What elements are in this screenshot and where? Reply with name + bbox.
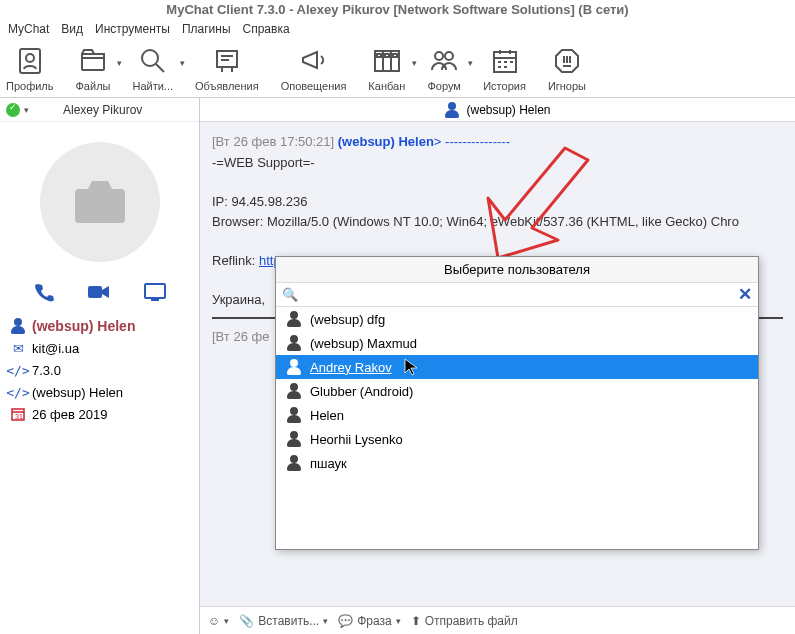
user-list-item-label: Heorhii Lysenko (310, 432, 403, 447)
svg-point-1 (26, 54, 34, 62)
tool-label: Канбан (368, 80, 405, 92)
window-title: MyChat Client 7.3.0 - Alexey Pikurov [Ne… (0, 0, 795, 20)
menu-mychat[interactable]: MyChat (4, 20, 53, 38)
chevron-down-icon: ▾ (468, 58, 473, 68)
megaphone-icon (297, 44, 331, 78)
search-icon (136, 44, 170, 78)
screen-button[interactable] (143, 280, 167, 304)
user-list-item[interactable]: пшаук (276, 451, 758, 475)
insert-label: Вставить... (258, 614, 319, 628)
user-list-item[interactable]: (websup) Maxmud (276, 331, 758, 355)
contact-date-row: 31 26 фев 2019 (10, 406, 189, 422)
tool-label: Объявления (195, 80, 259, 92)
tool-label: Профиль (6, 80, 54, 92)
user-list-item[interactable]: Helen (276, 403, 758, 427)
tool-label: Игноры (548, 80, 586, 92)
chevron-down-icon: ▾ (412, 58, 417, 68)
dialog-title: Выберите пользователя (276, 257, 758, 283)
svg-point-4 (142, 50, 158, 66)
user-icon (10, 318, 26, 334)
svg-rect-3 (82, 54, 104, 58)
reflink-label: Reflink: (212, 253, 255, 268)
code-icon: </> (10, 362, 26, 378)
msg-line: Browser: Mozilla/5.0 (Windows NT 10.0; W… (212, 212, 783, 232)
video-button[interactable] (87, 280, 111, 304)
tool-files[interactable]: Файлы ▾ (76, 44, 111, 92)
msg-separator: > --------------- (434, 134, 510, 149)
tool-alerts[interactable]: Оповещения (281, 44, 347, 92)
tool-label: Оповещения (281, 80, 347, 92)
send-file-button[interactable]: ⬆ Отправить файл (411, 614, 518, 628)
menu-bar: MyChat Вид Инструменты Плагины Справка (0, 20, 795, 38)
menu-tools[interactable]: Инструменты (91, 20, 174, 38)
calendar-icon (488, 44, 522, 78)
online-status-icon (6, 103, 20, 117)
tool-ads[interactable]: Объявления (195, 44, 259, 92)
camera-icon (70, 177, 130, 227)
contact-name-row: (websup) Helen (10, 318, 189, 334)
user-icon (286, 431, 302, 447)
tool-search[interactable]: Найти... ▾ (132, 44, 173, 92)
user-icon (286, 383, 302, 399)
tool-profile[interactable]: Профиль (6, 44, 54, 92)
code-icon: </> (10, 384, 26, 400)
menu-view[interactable]: Вид (57, 20, 87, 38)
msg-timestamp: [Вт 26 фе (212, 329, 269, 344)
contact-version-row: </> 7.3.0 (10, 362, 189, 378)
msg-timestamp: [Вт 26 фев 17:50:21] (212, 134, 334, 149)
svg-point-10 (435, 52, 443, 60)
user-list-item-label: Andrey Rakov (310, 360, 392, 375)
svg-text:31: 31 (15, 413, 23, 420)
files-icon (76, 44, 110, 78)
msg-line: IP: 94.45.98.236 (212, 192, 783, 212)
svg-rect-16 (88, 286, 102, 298)
contact-email-row[interactable]: ✉ kit@i.ua (10, 340, 189, 356)
svg-point-15 (90, 196, 110, 216)
msg-line: -=WEB Support=- (212, 153, 783, 173)
user-list[interactable]: (websup) dfg(websup) MaxmudAndrey RakovG… (276, 307, 758, 549)
user-icon (286, 359, 302, 375)
current-user-status[interactable]: ▾ Alexey Pikurov (0, 98, 199, 122)
user-icon (286, 455, 302, 471)
mail-icon: ✉ (10, 340, 26, 356)
tool-kanban[interactable]: Канбан ▾ (368, 44, 405, 92)
tool-label: История (483, 80, 526, 92)
user-list-item[interactable]: Heorhii Lysenko (276, 427, 758, 451)
emoji-button[interactable]: ☺ ▾ (208, 614, 229, 628)
tool-ignore[interactable]: Игноры (548, 44, 586, 92)
user-icon (444, 102, 460, 118)
forum-icon (427, 44, 461, 78)
menu-help[interactable]: Справка (239, 20, 294, 38)
contact-group: (websup) Helen (32, 385, 123, 400)
chat-header-name: (websup) Helen (466, 103, 550, 117)
phrase-button[interactable]: 💬 Фраза ▾ (338, 614, 401, 628)
user-list-item-label: Glubber (Android) (310, 384, 413, 399)
insert-button[interactable]: 📎 Вставить... ▾ (239, 614, 328, 628)
svg-point-11 (445, 52, 453, 60)
contact-name: (websup) Helen (32, 318, 135, 334)
input-toolbar: ☺ ▾ 📎 Вставить... ▾ 💬 Фраза ▾ ⬆ Отправит… (200, 606, 795, 634)
menu-plugins[interactable]: Плагины (178, 20, 235, 38)
svg-rect-17 (145, 284, 165, 298)
avatar-placeholder (40, 142, 160, 262)
svg-rect-9 (393, 54, 397, 57)
current-user-name: Alexey Pikurov (63, 103, 142, 117)
phrase-label: Фраза (357, 614, 392, 628)
kanban-icon (370, 44, 404, 78)
avatar-area (0, 122, 199, 272)
toolbar: Профиль Файлы ▾ Найти... ▾ Объявления Оп… (0, 38, 795, 98)
tool-forum[interactable]: Форум ▾ (427, 44, 461, 92)
stop-icon (550, 44, 584, 78)
search-icon: 🔍 (282, 287, 298, 302)
call-button[interactable] (32, 280, 56, 304)
chat-header: (websup) Helen (200, 98, 795, 122)
tool-label: Файлы (76, 80, 111, 92)
user-list-item[interactable]: Andrey Rakov (276, 355, 758, 379)
tool-history[interactable]: История (483, 44, 526, 92)
user-list-item[interactable]: Glubber (Android) (276, 379, 758, 403)
svg-rect-8 (385, 54, 389, 57)
tool-label: Найти... (132, 80, 173, 92)
close-icon[interactable]: ✕ (738, 284, 752, 305)
user-list-item[interactable]: (websup) dfg (276, 307, 758, 331)
tool-label: Форум (427, 80, 460, 92)
